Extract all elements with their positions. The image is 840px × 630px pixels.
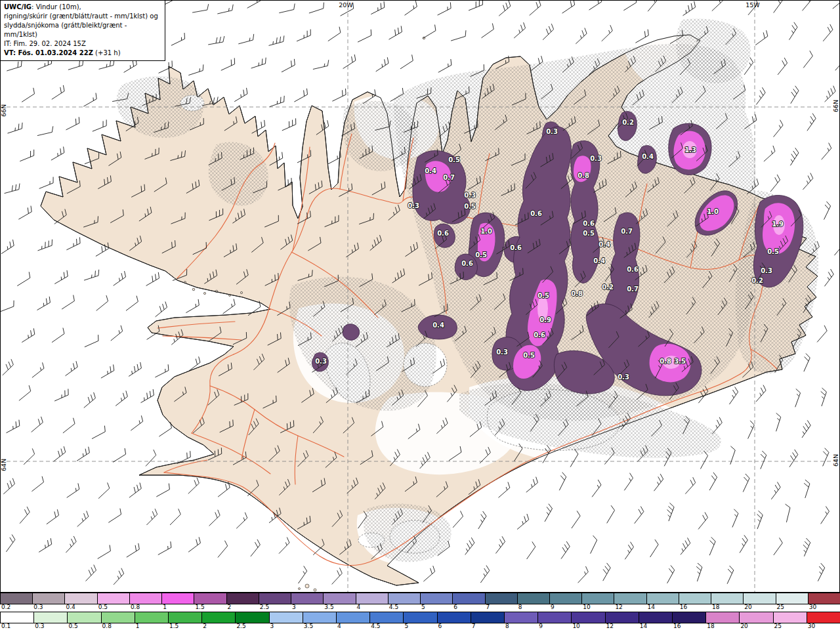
legend-tick-label: 2	[228, 604, 232, 610]
variable-label: : Vindur (10m),	[32, 3, 81, 10]
legend-tick-label: 10	[583, 604, 590, 610]
legend-segment	[33, 612, 67, 623]
precip-value-label: 0.6	[461, 260, 473, 267]
legend-segment	[639, 612, 672, 623]
legend-segment	[646, 593, 679, 604]
legend-tick-label: 2	[203, 623, 207, 629]
legend-segment	[67, 612, 100, 623]
legend-rain-labels: 0.10.30.50.811.522.533.544.5567891012141…	[0, 623, 840, 630]
legend-tick-label: 4.5	[371, 623, 380, 629]
title-line-rain: rigning/skúrir (grænt/blátt/rautt - mm/1…	[4, 12, 161, 21]
precip-value-label: 0.7	[627, 285, 639, 293]
graticule-label: 66N	[832, 100, 839, 112]
precip-value-label: 0.6	[627, 266, 639, 273]
legend-tick-label: 1	[163, 604, 167, 610]
legend-tick-label: 3.5	[304, 623, 313, 629]
precip-value-label: 0.2	[602, 284, 614, 291]
precip-value-label: 0.4	[432, 322, 444, 329]
legend-segment	[194, 593, 226, 604]
legend-segment	[549, 593, 581, 604]
valid-time: VT: Fös. 01.03.2024 22Z (+31 h)	[4, 49, 161, 58]
graticule-label: 64N	[0, 459, 7, 471]
legend-tick-label: 25	[774, 623, 782, 629]
legend-segment	[711, 593, 743, 604]
legend-tick-label: 6	[438, 623, 442, 629]
precip-value-label: 1.0	[480, 228, 492, 235]
legend-segment	[571, 612, 604, 623]
legend-segment	[517, 593, 549, 604]
legend-segment	[356, 593, 388, 604]
legend-snow-labels: 0.20.30.40.50.811.522.533.544.5567891012…	[0, 604, 840, 612]
legend-tick-label: 0.1	[1, 623, 10, 629]
legend-tick-label: 0.2	[1, 604, 10, 610]
valid-time-bold: VT: Fös. 01.03.2024 22Z	[4, 49, 93, 56]
legend-tick-label: 6	[453, 604, 457, 610]
legend-tick-label: 2.5	[260, 604, 269, 610]
legend-tick-label: 4.5	[389, 604, 398, 610]
legend-segment	[291, 593, 323, 604]
init-time: IT: Fim. 29. 02. 2024 15Z	[4, 39, 161, 49]
legend-tick-label: 1.5	[195, 604, 204, 610]
legend-segment	[235, 612, 268, 623]
legend-segment	[135, 612, 168, 623]
precip-value-label: 1.0	[707, 208, 719, 215]
legend-segment	[614, 593, 646, 604]
precip-value-label: 0.5	[464, 203, 476, 210]
legend-segment	[323, 593, 355, 604]
precip-value-label: 0.5	[583, 230, 595, 237]
legend-tick-label: 2.5	[236, 623, 245, 629]
legend-tick-label: 12	[606, 623, 614, 629]
legend-segment	[64, 593, 96, 604]
legend-segment	[0, 593, 32, 604]
legend-segment	[336, 612, 369, 623]
legend-tick-label: 14	[640, 623, 647, 629]
legend-tick-label: 5	[421, 604, 425, 610]
legend-tick-label: 5	[404, 623, 408, 629]
legend-segment	[168, 612, 201, 623]
legend-segment	[773, 612, 807, 623]
legend-segment	[403, 612, 436, 623]
legend-tick-label: 0.5	[68, 623, 77, 629]
precip-value-label: 0.4	[425, 167, 436, 175]
legend-tick-label: 3	[270, 623, 274, 629]
legend-segment	[705, 612, 739, 623]
title-line-model: UWC/IG: Vindur (10m),	[4, 3, 161, 12]
legend-segment	[739, 612, 772, 623]
title-line-snow: slydda/snjókoma (grátt/bleikt/grænt - mm…	[4, 21, 161, 39]
legend-tick-label: 16	[680, 604, 687, 610]
legend-segment	[672, 612, 705, 623]
weather-map-page: 0.30.20.41.30.50.40.70.30.80.30.50.31.00…	[0, 0, 840, 630]
precip-value-label: 0.4	[642, 153, 654, 160]
precip-value-label: 0.3	[464, 192, 476, 199]
precip-value-label: 0.5	[448, 156, 460, 163]
legend-tick-label: 8	[518, 604, 522, 610]
precip-value-label: 0.6	[530, 210, 542, 217]
legend-tick-label: 0.4	[66, 604, 75, 610]
graticule-label: 20W	[339, 1, 353, 9]
legend-segment	[269, 612, 303, 623]
legend-tick-label: 25	[777, 604, 784, 610]
legend-tick-label: 4	[337, 623, 341, 629]
legend-tick-label: 9	[539, 623, 543, 629]
legend-segment	[485, 593, 517, 604]
legend-segment	[452, 593, 484, 604]
precip-value-label: 0.3	[496, 348, 508, 356]
legend-tick-label: 1.5	[169, 623, 178, 629]
legend-tick-label: 14	[648, 604, 655, 610]
precip-value-label: 0.5	[767, 248, 779, 255]
precip-value-label: 3.5	[674, 358, 686, 365]
legend-tick-label: 7	[472, 623, 476, 629]
legend-segment	[420, 593, 452, 604]
legend-tick-label: 16	[673, 623, 681, 629]
legend-segment	[129, 593, 161, 604]
legend-segment	[743, 593, 775, 604]
precip-value-label: 0.3	[590, 155, 602, 162]
legend-segment	[537, 612, 571, 623]
precip-value-label: 0.6	[583, 220, 595, 227]
legend-tick-label: 0.5	[98, 604, 108, 610]
legend-tick-label: 7	[486, 604, 490, 610]
valid-time-offset: (+31 h)	[93, 49, 121, 56]
legend-segment	[808, 593, 840, 604]
precip-value-label: 0.2	[622, 119, 634, 126]
precip-value-label: 0.6	[437, 230, 449, 237]
